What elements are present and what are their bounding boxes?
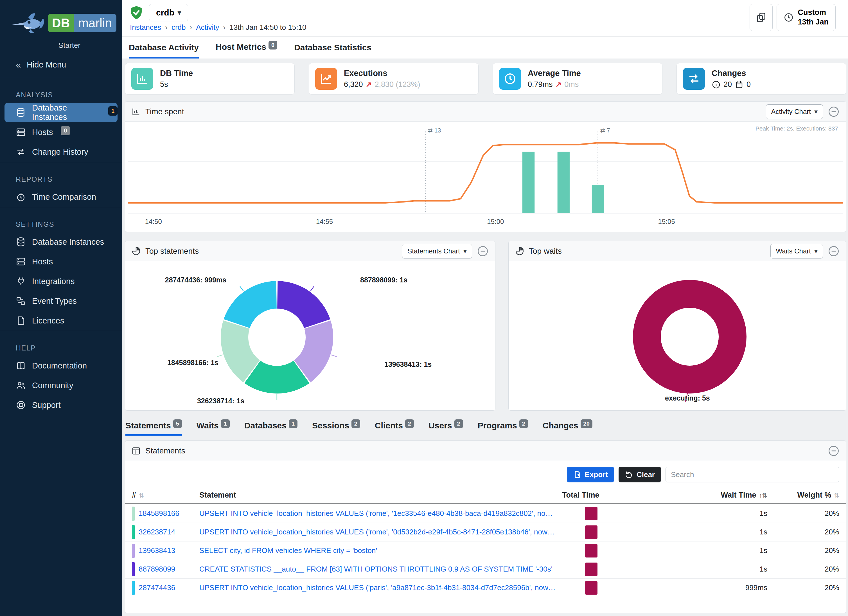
- copy-link-button[interactable]: [750, 4, 772, 31]
- statement-id-link[interactable]: 1845898166: [132, 506, 199, 521]
- top-waits-panel: Top waits Waits Chart executing: 5s: [509, 241, 846, 411]
- tab-clients[interactable]: Clients2: [375, 421, 414, 436]
- column-header-weight[interactable]: Weight %: [767, 491, 839, 500]
- time-spent-panel: Time spent Activity Chart Peak Time: 2s,…: [125, 101, 846, 232]
- column-header-statement[interactable]: Statement: [199, 491, 562, 500]
- app-root: DBmarlin Starter Hide Menu ANALYSISDatab…: [0, 0, 848, 616]
- waits-donut-chart[interactable]: executing: 5s: [509, 261, 846, 411]
- tab-changes[interactable]: Changes20: [543, 421, 592, 436]
- statement-id-link[interactable]: 139638413: [132, 544, 199, 558]
- sidebar: DBmarlin Starter Hide Menu ANALYSISDatab…: [0, 0, 122, 616]
- collapse-panel-button[interactable]: [477, 245, 489, 257]
- sidebar-item-time-comparison[interactable]: Time Comparison: [4, 187, 117, 206]
- people-icon: [16, 380, 26, 390]
- statement-link[interactable]: CREATE STATISTICS __auto__ FROM [63] WIT…: [199, 565, 562, 573]
- instance-selector[interactable]: crdb: [149, 4, 188, 21]
- plan-label: Starter: [58, 41, 116, 50]
- statements-donut-chart[interactable]: 887898099: 1s139638413: 1s326238714: 1s1…: [125, 261, 495, 411]
- sidebar-item-community[interactable]: Community: [4, 376, 117, 395]
- logo-marlin: marlin: [74, 14, 116, 32]
- donut-label: 139638413: 1s: [384, 360, 431, 368]
- time-range-button[interactable]: Custom13th Jan: [777, 4, 836, 31]
- sidebar-item-hosts[interactable]: Hosts: [4, 252, 117, 271]
- statement-id: 139638413: [139, 546, 175, 555]
- tab-databases[interactable]: Databases1: [244, 421, 298, 436]
- column-header-id[interactable]: #: [132, 491, 199, 500]
- count-badge: 2: [519, 419, 528, 428]
- tab-programs[interactable]: Programs2: [478, 421, 528, 436]
- statement-id-link[interactable]: 287474436: [132, 581, 199, 595]
- wait-time-value: 1s: [635, 528, 767, 536]
- minus-circle-icon: [827, 445, 840, 457]
- sidebar-item-event-types[interactable]: Event Types: [4, 291, 117, 310]
- card-changes: Changes 20 0: [676, 63, 846, 95]
- clear-button[interactable]: Clear: [618, 467, 661, 482]
- swap-icon: [16, 147, 26, 157]
- hide-menu-button[interactable]: Hide Menu: [0, 55, 122, 78]
- collapse-panel-button[interactable]: [827, 445, 840, 457]
- table-row: 287474436UPSERT INTO vehicle_location_hi…: [125, 579, 846, 597]
- breadcrumb: InstancescrdbActivity13th Jan 14:50 to 1…: [130, 23, 836, 32]
- statement-link[interactable]: UPSERT INTO vehicle_location_histories V…: [199, 528, 562, 536]
- divider: [0, 331, 122, 331]
- statement-link[interactable]: UPSERT INTO vehicle_location_histories V…: [199, 583, 562, 592]
- statements-chart-select[interactable]: Statements Chart: [402, 244, 472, 258]
- tab-users[interactable]: Users2: [428, 421, 463, 436]
- column-header-total-time[interactable]: Total Time: [562, 491, 635, 500]
- tab-label: Changes: [543, 421, 578, 430]
- card-delta: 0ms: [564, 80, 579, 89]
- collapse-panel-button[interactable]: [827, 245, 840, 257]
- column-header-wait-time[interactable]: Wait Time: [635, 491, 767, 500]
- wait-time-value: 1s: [635, 546, 767, 555]
- statement-id-link[interactable]: 326238714: [132, 525, 199, 539]
- sidebar-item-database-instances[interactable]: Database Instances1: [4, 103, 117, 122]
- statement-id-link[interactable]: 887898099: [132, 562, 199, 576]
- x-axis-labels: 14:5014:5515:0015:05: [131, 218, 841, 229]
- table-row: 1845898166UPSERT INTO vehicle_location_h…: [125, 504, 846, 523]
- pie-chart-icon: [131, 246, 141, 256]
- tab-database-statistics[interactable]: Database Statistics: [294, 43, 371, 58]
- breadcrumb-item[interactable]: Activity: [186, 23, 219, 32]
- sidebar-item-licences[interactable]: Licences: [4, 311, 117, 330]
- sidebar-item-database-instances[interactable]: Database Instances: [4, 232, 117, 251]
- sidebar-item-documentation[interactable]: Documentation: [4, 356, 117, 375]
- export-label: Export: [585, 470, 608, 479]
- sidebar-item-label: Database Instances: [32, 237, 104, 247]
- weight-value: 20%: [767, 583, 839, 592]
- tab-host-metrics[interactable]: Host Metrics0: [216, 42, 277, 58]
- sidebar-section-analysis: ANALYSIS: [16, 91, 122, 99]
- count-badge: 2: [351, 419, 360, 428]
- sidebar-item-integrations[interactable]: Integrations: [4, 272, 117, 291]
- waits-chart-select[interactable]: Waits Chart: [770, 244, 823, 258]
- sidebar-item-label: Database Instances: [32, 103, 100, 122]
- statement-link[interactable]: SELECT city, id FROM vehicles WHERE city…: [199, 546, 562, 555]
- search-input[interactable]: [666, 467, 839, 482]
- info-icon: [712, 80, 721, 89]
- time-spent-chart[interactable]: Peak Time: 2s, Executions: 837 ⇄ 13⇄ 7 1…: [125, 122, 846, 232]
- count-badge: 2: [405, 419, 414, 428]
- total-time-cell: [562, 581, 635, 595]
- tab-waits[interactable]: Waits1: [197, 421, 230, 436]
- sidebar-item-change-history[interactable]: Change History: [4, 142, 117, 162]
- statement-link[interactable]: UPSERT INTO vehicle_location_histories V…: [199, 509, 562, 518]
- tab-database-activity[interactable]: Database Activity: [129, 43, 199, 58]
- sidebar-section-settings: SETTINGS: [16, 220, 122, 229]
- sidebar-item-hosts[interactable]: Hosts0: [4, 123, 117, 142]
- breadcrumb-item[interactable]: crdb: [161, 23, 185, 32]
- tab-sessions[interactable]: Sessions2: [312, 421, 360, 436]
- panel-title: Top waits: [529, 247, 562, 256]
- sidebar-item-support[interactable]: Support: [4, 395, 117, 415]
- line-chart-icon: [315, 68, 337, 90]
- export-button[interactable]: Export: [567, 467, 614, 482]
- health-shield-icon: [129, 5, 144, 20]
- breadcrumb-item[interactable]: Instances: [130, 23, 161, 32]
- collapse-panel-button[interactable]: [827, 105, 840, 118]
- logo-area: DBmarlin Starter: [0, 0, 122, 55]
- total-time-bar: [585, 563, 597, 576]
- clear-label: Clear: [637, 470, 655, 479]
- tab-statements[interactable]: Statements5: [125, 421, 182, 436]
- instance-name: crdb: [156, 8, 174, 18]
- minus-circle-icon: [477, 245, 489, 257]
- activity-chart-select[interactable]: Activity Chart: [766, 104, 823, 119]
- table-header: # Statement Total Time Wait Time Weight …: [125, 487, 846, 504]
